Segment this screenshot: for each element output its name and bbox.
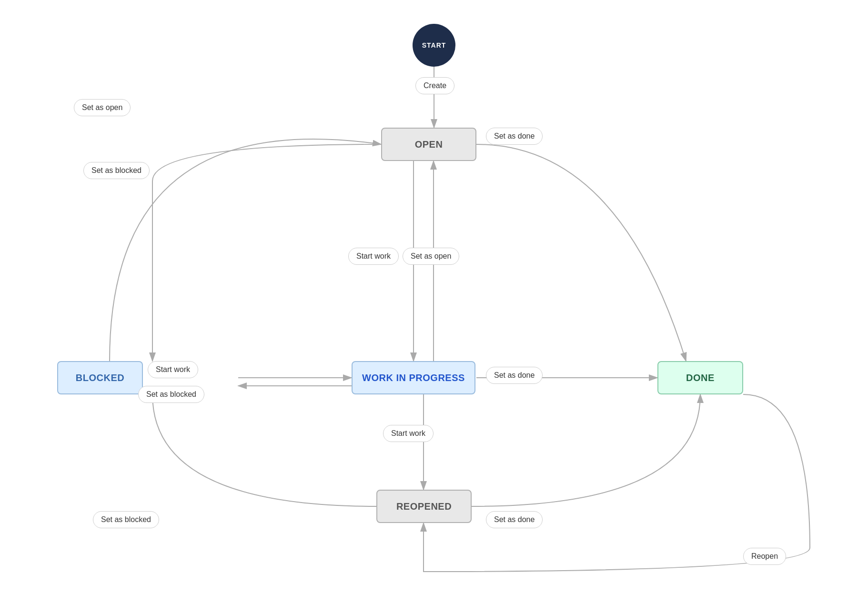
set-as-open-1-transition: Set as open bbox=[74, 99, 131, 116]
set-as-blocked-2-transition: Set as blocked bbox=[138, 386, 204, 403]
set-as-blocked-1-transition: Set as blocked bbox=[83, 162, 150, 179]
set-as-blocked-reopened-transition: Set as blocked bbox=[93, 511, 159, 528]
blocked-node: BLOCKED bbox=[57, 361, 143, 394]
set-as-done-wip-transition: Set as done bbox=[486, 367, 543, 384]
create-transition: Create bbox=[415, 77, 454, 94]
reopen-transition: Reopen bbox=[743, 548, 786, 565]
open-node: OPEN bbox=[381, 128, 476, 161]
set-as-done-1-transition: Set as done bbox=[486, 128, 543, 145]
start-work-blocked-transition: Start work bbox=[148, 361, 198, 378]
diagram-container: START Create OPEN Set as open Set as blo… bbox=[0, 0, 868, 604]
set-as-done-reopened-transition: Set as done bbox=[486, 511, 543, 528]
start-node: START bbox=[413, 24, 455, 67]
start-work-1-transition: Start work bbox=[348, 248, 399, 265]
start-work-reopened-transition: Start work bbox=[383, 425, 434, 442]
set-as-open-2-transition: Set as open bbox=[403, 248, 459, 265]
wip-node: WORK IN PROGRESS bbox=[352, 361, 475, 394]
done-node: DONE bbox=[657, 361, 743, 394]
reopened-node: REOPENED bbox=[376, 490, 472, 523]
